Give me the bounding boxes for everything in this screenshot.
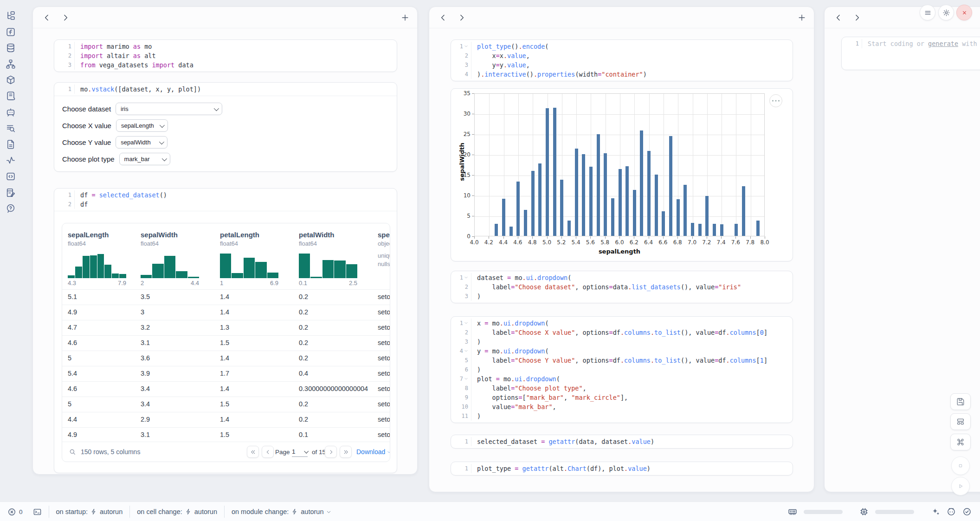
fold-chevron-icon[interactable] bbox=[464, 321, 468, 325]
code-editor[interactable]: 1x = mo.ui.dropdown(2 label="Choose X va… bbox=[451, 317, 793, 423]
cell-plot-type[interactable]: 1plot_type = getattr(alt.Chart(df), plot… bbox=[451, 462, 793, 475]
next-page-button[interactable] bbox=[325, 446, 337, 458]
settings-button[interactable] bbox=[938, 5, 954, 20]
autorun-value: autorun bbox=[194, 508, 217, 515]
column-histogram[interactable] bbox=[299, 252, 357, 278]
menu-button[interactable] bbox=[920, 5, 935, 20]
autorun-setting[interactable]: on module change:autorun bbox=[232, 508, 332, 515]
dropdown-choose-dataset[interactable]: iris bbox=[116, 103, 222, 115]
page-select[interactable]: 1 bbox=[292, 447, 308, 457]
control-label: Choose X value bbox=[62, 122, 111, 130]
last-page-button[interactable] bbox=[340, 446, 352, 458]
dependency-graph-icon[interactable] bbox=[6, 59, 16, 69]
chat-icon[interactable] bbox=[6, 107, 16, 117]
autorun-setting[interactable]: on cell change:autorun bbox=[137, 508, 217, 515]
code-editor[interactable]: 1selected_dataset = getattr(data, datase… bbox=[451, 435, 793, 448]
first-page-button[interactable] bbox=[247, 446, 259, 458]
table-row[interactable]: 53.41.50.2setosa bbox=[62, 397, 390, 412]
cell-selected-dataset[interactable]: 1selected_dataset = getattr(data, datase… bbox=[451, 435, 793, 449]
add-cell-button[interactable] bbox=[797, 13, 806, 22]
stop-button[interactable] bbox=[951, 456, 970, 475]
control-label: Choose dataset bbox=[62, 105, 111, 113]
column-next-button[interactable] bbox=[852, 13, 862, 22]
fold-chevron-icon[interactable] bbox=[464, 349, 468, 353]
column-prev-button[interactable] bbox=[42, 13, 52, 22]
dropdown-choose-x-value[interactable]: sepalLength bbox=[116, 119, 168, 132]
tracing-icon[interactable] bbox=[6, 155, 16, 165]
code-editor[interactable]: 1 Start coding or generate with AI. bbox=[842, 37, 980, 50]
cell-plot-code[interactable]: 1plot_type().encode(2 x=x.value,3 y=y.va… bbox=[451, 39, 793, 81]
download-button[interactable]: Download bbox=[356, 448, 390, 456]
ai-sparkles-icon[interactable] bbox=[931, 507, 940, 516]
fold-chevron-icon[interactable] bbox=[464, 377, 468, 381]
table-row[interactable]: 4.931.40.2setosa bbox=[62, 305, 390, 320]
table-row[interactable]: 4.42.91.40.2setosa bbox=[62, 412, 390, 427]
table-row[interactable]: 5.13.51.40.2setosa bbox=[62, 289, 390, 305]
prev-page-button[interactable] bbox=[262, 446, 274, 458]
dropdown-choose-plot-type[interactable]: mark_bar bbox=[119, 153, 170, 165]
packages-icon[interactable] bbox=[6, 75, 16, 85]
column-next-button[interactable] bbox=[61, 13, 70, 22]
datasources-icon[interactable] bbox=[6, 43, 16, 53]
search-icon[interactable] bbox=[69, 448, 76, 456]
line-number: 5 bbox=[451, 356, 471, 365]
save-button[interactable] bbox=[950, 393, 971, 410]
snippets-icon[interactable] bbox=[6, 123, 16, 133]
functions-icon[interactable] bbox=[6, 27, 16, 37]
errors-icon[interactable] bbox=[7, 508, 16, 516]
bar-chart-plot-area[interactable] bbox=[474, 93, 765, 236]
fold-chevron-icon[interactable] bbox=[464, 275, 468, 280]
column-prev-button[interactable] bbox=[834, 13, 843, 22]
layout-button[interactable] bbox=[950, 413, 971, 430]
scratchpad-icon[interactable] bbox=[6, 188, 16, 198]
column-header[interactable]: sepalLength bbox=[68, 231, 109, 239]
code-editor[interactable]: 1mo.vstack([dataset, x, y, plot]) bbox=[54, 83, 397, 96]
documentation-icon[interactable] bbox=[6, 139, 16, 150]
add-cell-button[interactable] bbox=[400, 13, 410, 22]
table-row[interactable]: 4.63.11.50.2setosa bbox=[62, 335, 390, 351]
code-line: 10 value="mark_bar", bbox=[451, 402, 793, 411]
keyboard-shortcuts-button[interactable] bbox=[950, 434, 971, 450]
close-button[interactable] bbox=[956, 5, 972, 20]
column-histogram[interactable] bbox=[220, 252, 278, 278]
code-editor[interactable]: 1plot_type = getattr(alt.Chart(df), plot… bbox=[451, 462, 793, 475]
code-editor[interactable]: 1dataset = mo.ui.dropdown(2 label="Choos… bbox=[451, 271, 793, 303]
table-row[interactable]: 53.61.40.2setosa bbox=[62, 351, 390, 366]
assistant-icon[interactable] bbox=[947, 507, 956, 516]
fold-chevron-icon[interactable] bbox=[464, 44, 468, 48]
column-prev-button[interactable] bbox=[438, 13, 448, 22]
table-row[interactable]: 4.63.41.40.30000000000000004setosa bbox=[62, 381, 390, 397]
cell-dataframe[interactable]: 1df = selected_dataset()2df sepalLengthf… bbox=[54, 188, 397, 473]
autorun-setting[interactable]: on startup:autorun bbox=[56, 508, 123, 515]
column-histogram[interactable] bbox=[68, 252, 126, 278]
table-cell: 1.5 bbox=[220, 339, 229, 346]
code-line: 1plot_type = getattr(alt.Chart(df), plot… bbox=[451, 464, 793, 473]
run-button[interactable] bbox=[951, 477, 970, 495]
cell-dataset-dropdown[interactable]: 1dataset = mo.ui.dropdown(2 label="Choos… bbox=[451, 271, 793, 303]
dropdown-choose-y-value[interactable]: sepalWidth bbox=[116, 136, 168, 149]
connection-status-icon[interactable] bbox=[962, 507, 972, 516]
column-histogram[interactable] bbox=[141, 252, 199, 278]
cell-empty-scratch[interactable]: 1 Start coding or generate with AI. bbox=[841, 37, 980, 70]
cell-imports[interactable]: 1import marimo as mo2import altair as al… bbox=[54, 39, 397, 72]
cell-vstack[interactable]: 1mo.vstack([dataset, x, y, plot]) Choose… bbox=[54, 82, 397, 172]
help-icon[interactable] bbox=[6, 203, 16, 214]
outline-icon[interactable] bbox=[6, 171, 16, 182]
column-header[interactable]: petalWidth bbox=[299, 231, 335, 239]
column-header[interactable]: species bbox=[378, 231, 390, 239]
cell-xy-plot-dropdowns[interactable]: 1x = mo.ui.dropdown(2 label="Choose X va… bbox=[451, 316, 793, 423]
code-editor[interactable]: 1import marimo as mo2import altair as al… bbox=[54, 40, 397, 72]
file-explorer-icon[interactable] bbox=[6, 11, 16, 21]
column-header[interactable]: petalLength bbox=[220, 231, 259, 239]
column-header[interactable]: sepalWidth bbox=[141, 231, 178, 239]
terminal-icon[interactable] bbox=[33, 508, 42, 516]
code-editor[interactable]: 1plot_type().encode(2 x=x.value,3 y=y.va… bbox=[451, 40, 793, 81]
table-row[interactable]: 4.73.21.30.2setosa bbox=[62, 320, 390, 335]
column-next-button[interactable] bbox=[457, 13, 466, 22]
chart-actions-button[interactable] bbox=[769, 94, 782, 107]
table-row[interactable]: 4.93.11.50.1setosa bbox=[62, 427, 390, 443]
generate-with-ai-link[interactable]: generate bbox=[928, 40, 958, 47]
code-editor[interactable]: 1df = selected_dataset()2df bbox=[54, 189, 397, 211]
table-row[interactable]: 5.43.91.70.4setosa bbox=[62, 366, 390, 381]
logs-icon[interactable] bbox=[6, 91, 16, 101]
